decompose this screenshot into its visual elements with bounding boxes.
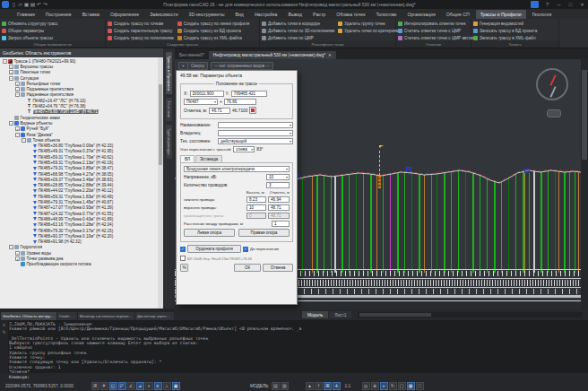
profile-ordinate-button[interactable]: Ордината профиля xyxy=(187,245,241,253)
polar-icon[interactable]: ⊿ xyxy=(136,382,144,390)
selection-cycle-icon[interactable]: ▣ xyxy=(172,382,180,390)
tree-expander-icon[interactable]: − xyxy=(9,245,13,249)
canvas-vertical-scrollbar[interactable] xyxy=(581,59,588,309)
model-label[interactable]: МОДЕЛЬ xyxy=(250,384,268,388)
wire-count-field[interactable]: 3 xyxy=(266,182,290,188)
ribbon-tab-7[interactable]: Настройка xyxy=(250,10,282,19)
picket-offset-field[interactable]: 76.66 xyxy=(224,99,256,105)
ribbon-tab-11[interactable]: Топоплан xyxy=(371,10,401,19)
orbit-tool-icon[interactable]: ↻ xyxy=(389,382,397,390)
panel-tab-1[interactable]: Свойства xyxy=(57,312,77,320)
ribbon-tab-3[interactable]: Оформление xyxy=(106,10,143,19)
ribbon-tab-12[interactable]: Организация xyxy=(402,10,439,19)
ribbon-button[interactable]: Добавить точки в коридоре xyxy=(262,20,334,27)
picket-dropdown[interactable]: ПК487 xyxy=(184,99,218,105)
wire-elevation-field[interactable]: 46.94 xyxy=(268,196,290,203)
wire-height-field[interactable]: 8.23 xyxy=(246,196,266,203)
ok-button[interactable]: ОК xyxy=(234,264,261,272)
grid-icon[interactable]: ⊞ xyxy=(91,382,99,390)
tab-estakada[interactable]: Эстакада xyxy=(195,155,222,162)
workspace-switch-icon[interactable] xyxy=(531,1,539,8)
tree-expander-icon[interactable]: − xyxy=(15,92,20,97)
ribbon-tab-5[interactable]: 3D-инструменты xyxy=(185,10,229,19)
tree-expander-icon[interactable]: + xyxy=(15,82,20,86)
ribbon-tab-9[interactable]: Растр xyxy=(308,10,330,19)
line-type-combo[interactable]: Воздушная линия электропередачи xyxy=(184,166,290,172)
dialog-title[interactable]: 49.58 км: Параметры объекта xyxy=(177,71,297,80)
zoom-tool-icon[interactable]: ⊕ xyxy=(371,382,379,390)
angle-side-combo[interactable]: слева xyxy=(233,146,255,152)
annotation-auto-icon[interactable]: † xyxy=(315,382,323,390)
panel-tab-3[interactable]: Диспетчер чертежей xyxy=(135,312,174,320)
tree-expander-icon[interactable]: + xyxy=(15,126,20,131)
close-tab-icon[interactable]: ✕ xyxy=(328,53,332,57)
annotation-scale-icon[interactable]: ▲ xyxy=(306,382,314,390)
tree-expander-icon[interactable]: + xyxy=(15,87,20,91)
side-tab-1[interactable]: Геология xyxy=(166,98,172,121)
x-coordinate-field[interactable]: 200011.900 xyxy=(190,91,224,97)
tab-layout1[interactable]: Лист1 xyxy=(329,311,351,318)
ribbon-button[interactable]: Запрос объекта трассы xyxy=(2,34,58,41)
tree-item[interactable]: Преобладающие скорости потока xyxy=(0,262,158,267)
lineweight-icon[interactable]: ≡ xyxy=(154,382,162,390)
ribbon-tab-1[interactable]: Построение xyxy=(41,10,76,19)
dyn-ucs-icon[interactable]: ⊥ xyxy=(163,382,171,390)
cancel-button[interactable]: Отмена xyxy=(263,264,293,272)
tree-expander-icon[interactable]: − xyxy=(9,76,13,81)
notifications-icon[interactable]: ▦ xyxy=(407,382,415,390)
name-combo[interactable] xyxy=(218,122,293,128)
steering-wheel-icon[interactable]: ◎ xyxy=(362,382,370,390)
close-icon[interactable]: ✕ xyxy=(576,1,588,9)
ribbon-button[interactable]: Считать отметки точек с ЦМР xyxy=(398,27,474,34)
ribbon-button[interactable]: Интерполировать отметки точек xyxy=(398,20,474,27)
panel-tab-0[interactable]: GeoSeries: Область инструм... xyxy=(1,312,56,320)
ribbon-button[interactable]: Создать трассу из БД проекта xyxy=(177,27,250,34)
document-tab[interactable]: Без имени0* xyxy=(175,51,209,59)
ribbon-tab-15[interactable]: Геология xyxy=(528,10,557,19)
print-icon[interactable]: ▤ xyxy=(30,1,36,8)
scale-indicator[interactable]: 1:1 xyxy=(344,384,350,388)
ribbon-tab-0[interactable]: Главная xyxy=(13,10,39,19)
canvas-horizontal-scrollbar[interactable] xyxy=(358,312,583,317)
save-icon[interactable]: ▣ xyxy=(23,1,30,8)
redo-icon[interactable]: ↷ xyxy=(42,1,48,8)
ribbon-button[interactable]: Обновить структуру трасс xyxy=(2,20,58,27)
model-space-icon[interactable]: ▤ xyxy=(272,382,280,390)
side-tab-2[interactable]: Трубопроводы xyxy=(166,125,172,159)
units-icon[interactable]: ⊞ xyxy=(324,382,332,390)
command-history[interactable]: Z,ZOOM,ПО,ПОКАЗАТЬ - ЗумированиеУкажите … xyxy=(0,320,588,373)
osnap-icon[interactable]: ◱ xyxy=(109,382,117,390)
settings-button[interactable]: % xyxy=(180,264,188,272)
fullscreen-icon[interactable]: ⛶ xyxy=(416,382,424,390)
tab-model[interactable]: Модель xyxy=(302,311,328,318)
left-support-button[interactable]: Левая опора xyxy=(184,229,235,237)
snap-step-icon[interactable]: # xyxy=(100,382,108,390)
ribbon-tab-6[interactable]: Вид xyxy=(230,10,247,19)
ribbon-tab-8[interactable]: Вывод xyxy=(283,10,307,19)
pan-tool-icon[interactable]: + xyxy=(380,382,388,390)
ribbon-button[interactable]: Создать трассу по полилиниям xyxy=(108,34,174,41)
side-tab-0[interactable]: Трассы и Профили xyxy=(166,52,172,94)
ribbon-button[interactable]: Создать трассу по линии профиля xyxy=(177,20,250,27)
pick-elevation-button[interactable] xyxy=(249,107,256,114)
ribbon-tab-10[interactable]: Облака точек xyxy=(332,10,369,19)
ribbon-button[interactable]: Удалить точки по критериям xyxy=(338,27,398,34)
elevation-field[interactable]: 46.71 xyxy=(209,108,230,114)
undo-icon[interactable]: ↶ xyxy=(36,1,42,8)
ribbon-button[interactable]: Создать трассу из XML-файла xyxy=(177,34,250,41)
ribbon-tab-4[interactable]: Зависимости xyxy=(145,10,182,19)
ribbon-button[interactable]: Создать параллельную трассу xyxy=(108,27,174,34)
tree-expander-icon[interactable]: − xyxy=(9,121,13,126)
compass-widget[interactable] xyxy=(536,68,568,100)
otrack-icon[interactable]: ◸ xyxy=(118,382,126,390)
command-edit-icon[interactable]: ✎ xyxy=(2,329,5,335)
clean-screen-icon[interactable]: ▢ xyxy=(398,382,406,390)
right-support-button[interactable]: Правая опора xyxy=(238,229,290,237)
ribbon-tab-14[interactable]: Трассы и Профили xyxy=(476,10,526,19)
state-combo[interactable]: действующий xyxy=(218,138,293,144)
nav-wheel-button[interactable] xyxy=(547,109,561,117)
tree-expander-icon[interactable]: − xyxy=(3,59,7,64)
owner-combo[interactable] xyxy=(218,130,293,136)
toolbox-header[interactable]: GeoSeries: Область инструментов ▾ ✕ xyxy=(0,48,175,57)
wire-elevation-field[interactable]: 48.71 xyxy=(268,204,290,211)
